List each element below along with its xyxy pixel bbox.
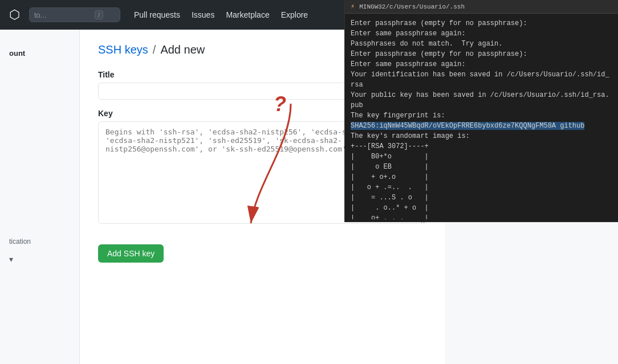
breadcrumb-link[interactable]: SSH keys — [98, 43, 148, 56]
sidebar-account-label: ount — [0, 41, 79, 62]
nav-explore[interactable]: Explore — [277, 7, 312, 23]
terminal-line: | . o..* + o | — [351, 203, 612, 213]
terminal-line: +---[RSA 3072]----+ — [351, 141, 612, 152]
terminal-line: | = ...S . o | — [351, 193, 612, 203]
terminal-line: Passphrases do not match. Try again. — [351, 39, 612, 49]
terminal-line: | o+ . . . | — [351, 213, 612, 219]
github-logo-icon: ⬡ — [9, 7, 20, 22]
terminal-line: | + o+.o | — [351, 172, 612, 182]
terminal-line: Your identification has been saved in /c… — [351, 69, 612, 90]
settings-sidebar: ount tication ▾ — [0, 30, 80, 364]
add-ssh-key-button[interactable]: Add SSH key — [98, 244, 164, 263]
terminal-icon: ⚡ — [351, 2, 355, 11]
search-shortcut: / — [95, 10, 103, 19]
terminal-line: Your public key has been saved in /c/Use… — [351, 90, 612, 111]
terminal-line: SHA256:iqNmW45WBqdR/oVEkOpFRRE6bybxd6ze7… — [351, 121, 612, 131]
terminal-title: MINGW32/c/Users/Usuario/.ssh — [359, 3, 465, 10]
breadcrumb-separator: / — [153, 43, 156, 56]
breadcrumb-current: Add new — [160, 43, 205, 56]
search-input[interactable] — [34, 11, 91, 19]
terminal-line: The key fingerprint is: — [351, 111, 612, 121]
nav-pull-requests[interactable]: Pull requests — [129, 7, 185, 23]
nav-issues[interactable]: Issues — [187, 7, 219, 23]
sidebar-authentication-item[interactable]: tication — [0, 233, 79, 250]
terminal-window: ⚡ MINGW32/c/Users/Usuario/.ssh Enter pas… — [344, 0, 618, 222]
terminal-line: Enter passphrase (empty for no passphras… — [351, 49, 612, 59]
terminal-body: Enter passphrase (empty for no passphras… — [345, 14, 618, 219]
chevron-down-icon: ▾ — [9, 255, 13, 264]
terminal-line: Enter same passphrase again: — [351, 59, 612, 69]
terminal-line: | o + .=.. . | — [351, 182, 612, 193]
terminal-line: Enter passphrase (empty for no passphras… — [351, 18, 612, 28]
sidebar-expand-item[interactable]: ▾ — [0, 250, 79, 268]
main-nav: Pull requests Issues Marketplace Explore — [129, 7, 312, 23]
terminal-line: | o EB | — [351, 162, 612, 172]
terminal-line: The key's randomart image is: — [351, 131, 612, 141]
search-bar[interactable]: / — [29, 7, 120, 22]
terminal-line: | B0+*o | — [351, 152, 612, 162]
nav-marketplace[interactable]: Marketplace — [221, 7, 274, 23]
terminal-line: Enter same passphrase again: — [351, 28, 612, 39]
title-input[interactable] — [98, 83, 349, 100]
terminal-titlebar: ⚡ MINGW32/c/Users/Usuario/.ssh — [345, 0, 618, 14]
